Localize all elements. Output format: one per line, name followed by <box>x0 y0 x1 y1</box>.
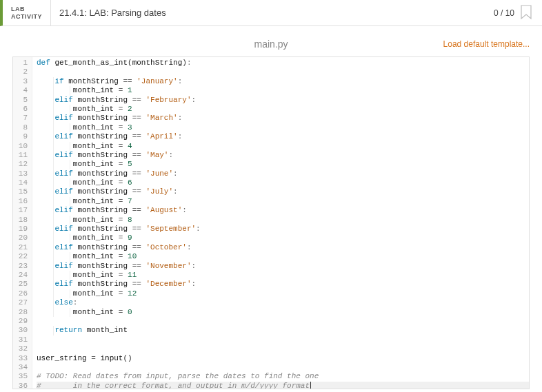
code-line[interactable]: month_int = 5 <box>37 160 529 169</box>
line-number: 25 <box>16 280 28 289</box>
code-line[interactable]: month_int = 6 <box>37 178 529 187</box>
line-number: 23 <box>16 262 28 271</box>
line-number: 29 <box>16 317 28 326</box>
filename-label: main.py <box>254 39 288 50</box>
line-number: 21 <box>16 243 28 252</box>
line-number: 12 <box>16 160 28 169</box>
code-line[interactable]: # in the correct format, and output in m… <box>37 382 529 389</box>
line-number: 11 <box>16 151 28 160</box>
line-number: 16 <box>16 197 28 206</box>
code-line[interactable]: elif monthString == 'December': <box>37 280 529 289</box>
code-line[interactable]: # TODO: Read dates from input, parse the… <box>37 372 529 381</box>
bookmark-icon[interactable] <box>520 5 532 20</box>
code-line[interactable]: month_int = 2 <box>37 105 529 114</box>
badge-line2: ACTIVITY <box>11 13 42 21</box>
code-line[interactable]: elif monthString == 'October': <box>37 243 529 252</box>
code-line[interactable]: elif monthString == 'November': <box>37 262 529 271</box>
code-line[interactable]: def get_month_as_int(monthString): <box>37 59 529 68</box>
code-line[interactable]: month_int = 7 <box>37 197 529 206</box>
line-number: 15 <box>16 187 28 196</box>
line-number: 6 <box>16 105 28 114</box>
line-number: 24 <box>16 271 28 280</box>
code-line[interactable]: elif monthString == 'August': <box>37 206 529 215</box>
code-line[interactable] <box>37 336 529 344</box>
code-editor[interactable]: 1234567891011121314151617181920212223242… <box>12 56 530 389</box>
code-line[interactable]: month_int = 8 <box>37 216 529 225</box>
line-number: 26 <box>16 289 28 298</box>
line-number: 20 <box>16 234 28 243</box>
line-number: 18 <box>16 216 28 225</box>
code-line[interactable]: elif monthString == 'April': <box>37 132 529 141</box>
code-line[interactable]: month_int = 3 <box>37 123 529 132</box>
line-number: 2 <box>16 68 28 76</box>
line-number: 8 <box>16 123 28 132</box>
code-line[interactable] <box>37 68 529 76</box>
code-line[interactable]: elif monthString == 'June': <box>37 169 529 178</box>
line-number: 35 <box>16 372 28 381</box>
code-line[interactable]: elif monthString == 'May': <box>37 151 529 160</box>
code-line[interactable]: elif monthString == 'February': <box>37 96 529 105</box>
badge-line1: LAB <box>11 6 42 13</box>
text-cursor <box>310 382 311 389</box>
code-line[interactable]: return month_int <box>37 326 529 335</box>
activity-header: LAB ACTIVITY 21.4.1: LAB: Parsing dates … <box>0 0 542 26</box>
code-line[interactable]: elif monthString == 'September': <box>37 225 529 234</box>
code-line[interactable]: if monthString == 'January': <box>37 77 529 86</box>
code-line[interactable]: month_int = 0 <box>37 308 529 317</box>
line-number-gutter: 1234567891011121314151617181920212223242… <box>13 57 32 389</box>
code-line[interactable]: user_string = input() <box>37 354 529 363</box>
code-line[interactable]: month_int = 12 <box>37 289 529 298</box>
line-number: 30 <box>16 326 28 335</box>
line-number: 17 <box>16 206 28 215</box>
line-number: 27 <box>16 298 28 307</box>
line-number: 36 <box>16 382 28 389</box>
code-line[interactable]: elif monthString == 'July': <box>37 187 529 196</box>
code-line[interactable]: month_int = 10 <box>37 252 529 261</box>
line-number: 4 <box>16 86 28 95</box>
code-line[interactable]: month_int = 4 <box>37 142 529 151</box>
code-line[interactable] <box>37 363 529 372</box>
line-number: 13 <box>16 169 28 178</box>
lab-activity-badge: LAB ACTIVITY <box>3 0 51 25</box>
line-number: 14 <box>16 178 28 187</box>
line-number: 32 <box>16 344 28 353</box>
line-number: 3 <box>16 77 28 86</box>
line-number: 7 <box>16 114 28 123</box>
file-header: main.py Load default template... <box>0 26 542 56</box>
line-number: 19 <box>16 225 28 234</box>
line-number: 31 <box>16 336 28 344</box>
line-number: 1 <box>16 59 28 68</box>
code-line[interactable]: elif monthString == 'March': <box>37 114 529 123</box>
line-number: 5 <box>16 96 28 105</box>
code-content[interactable]: def get_month_as_int(monthString): if mo… <box>32 57 529 389</box>
line-number: 28 <box>16 308 28 317</box>
code-line[interactable] <box>37 317 529 326</box>
code-line[interactable]: month_int = 11 <box>37 271 529 280</box>
line-number: 9 <box>16 132 28 141</box>
line-number: 10 <box>16 142 28 151</box>
load-default-template-link[interactable]: Load default template... <box>443 39 530 49</box>
code-line[interactable] <box>37 344 529 353</box>
code-line[interactable]: month_int = 9 <box>37 234 529 243</box>
line-number: 34 <box>16 363 28 372</box>
code-line[interactable]: month_int = 1 <box>37 86 529 95</box>
line-number: 22 <box>16 252 28 261</box>
code-line[interactable]: else: <box>37 298 529 307</box>
lab-title: 21.4.1: LAB: Parsing dates <box>51 8 494 18</box>
score-display: 0 / 10 <box>494 8 520 18</box>
line-number: 33 <box>16 354 28 363</box>
